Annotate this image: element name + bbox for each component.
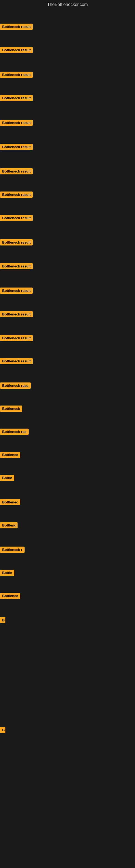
bottleneck-item[interactable]: Bottleneck result <box>0 335 33 342</box>
bottleneck-item[interactable]: B <box>0 617 5 624</box>
bottleneck-item[interactable]: Bottleneck result <box>0 72 33 79</box>
bottleneck-badge[interactable]: Bottle <box>0 569 14 576</box>
bottleneck-badge[interactable]: Bottlenec <box>0 452 20 458</box>
site-title-bar: TheBottlenecker.com <box>0 0 135 8</box>
bottleneck-item[interactable]: Bottleneck result <box>0 168 33 176</box>
bottleneck-badge[interactable]: Bottleneck result <box>0 263 33 269</box>
bottleneck-item[interactable]: Bottleneck result <box>0 311 33 318</box>
bottleneck-badge[interactable]: Bottleneck resu <box>0 382 31 389</box>
bottleneck-item[interactable]: Bottleneck result <box>0 239 33 247</box>
bottleneck-badge[interactable]: Bottleneck result <box>0 95 33 101</box>
bottleneck-badge[interactable]: Bottleneck result <box>0 239 33 246</box>
bottleneck-item[interactable]: Bottleneck result <box>0 287 33 295</box>
bottleneck-badge[interactable]: B <box>0 617 5 623</box>
bottleneck-item[interactable]: Bottleneck result <box>0 120 33 127</box>
bottleneck-badge[interactable]: Bottleneck result <box>0 191 33 198</box>
bottleneck-badge[interactable]: Bottlenec <box>0 499 20 505</box>
bottleneck-item[interactable]: Bottleneck result <box>0 263 33 271</box>
bottleneck-item[interactable]: Bottleneck res <box>0 429 29 436</box>
bottleneck-item[interactable]: B <box>0 727 5 734</box>
bottleneck-badge[interactable]: Bottleneck result <box>0 287 33 294</box>
bottleneck-badge[interactable]: Bottle <box>0 475 14 481</box>
bottleneck-item[interactable]: Bottleneck result <box>0 215 33 222</box>
bottleneck-item[interactable]: Bottleneck result <box>0 47 33 54</box>
bottleneck-badge[interactable]: Bottlenec <box>0 593 20 599</box>
bottleneck-badge[interactable]: B <box>0 727 5 733</box>
bottleneck-badge[interactable]: Bottleneck result <box>0 120 33 126</box>
bottleneck-item[interactable]: Bottleneck r <box>0 547 25 554</box>
bottleneck-badge[interactable]: Bottleneck result <box>0 215 33 221</box>
bottleneck-item[interactable]: Bottleneck result <box>0 144 33 151</box>
bottleneck-badge[interactable]: Bottleneck result <box>0 335 33 341</box>
bottleneck-item[interactable]: Bottleneck <box>0 405 22 413</box>
site-title: TheBottlenecker.com <box>0 0 135 8</box>
bottleneck-item[interactable]: Bottleneck result <box>0 358 33 365</box>
bottleneck-item[interactable]: Bottleneck result <box>0 95 33 102</box>
bottleneck-item[interactable]: Bottleneck result <box>0 191 33 199</box>
bottleneck-badge[interactable]: Bottleneck result <box>0 168 33 175</box>
bottleneck-badge[interactable]: Bottleneck result <box>0 358 33 364</box>
bottleneck-item[interactable]: Bottlenec <box>0 452 20 459</box>
bottleneck-item[interactable]: Bottle <box>0 569 14 577</box>
bottleneck-item[interactable]: Bottlend <box>0 522 17 529</box>
bottleneck-item[interactable]: Bottleneck resu <box>0 382 31 390</box>
bottleneck-badge[interactable]: Bottleneck r <box>0 547 25 553</box>
bottleneck-badge[interactable]: Bottlend <box>0 522 17 528</box>
bottleneck-badge[interactable]: Bottleneck result <box>0 311 33 317</box>
bottleneck-badge[interactable]: Bottleneck result <box>0 72 33 78</box>
bottleneck-list: Bottleneck resultBottleneck resultBottle… <box>0 8 135 868</box>
bottleneck-badge[interactable]: Bottleneck result <box>0 144 33 150</box>
bottleneck-badge[interactable]: Bottleneck result <box>0 47 33 53</box>
bottleneck-badge[interactable]: Bottleneck <box>0 405 22 412</box>
bottleneck-item[interactable]: Bottleneck result <box>0 24 33 31</box>
bottleneck-item[interactable]: Bottlenec <box>0 499 20 506</box>
bottleneck-badge[interactable]: Bottleneck result <box>0 24 33 30</box>
bottleneck-badge[interactable]: Bottleneck res <box>0 429 29 435</box>
bottleneck-item[interactable]: Bottlenec <box>0 593 20 600</box>
bottleneck-item[interactable]: Bottle <box>0 475 14 482</box>
